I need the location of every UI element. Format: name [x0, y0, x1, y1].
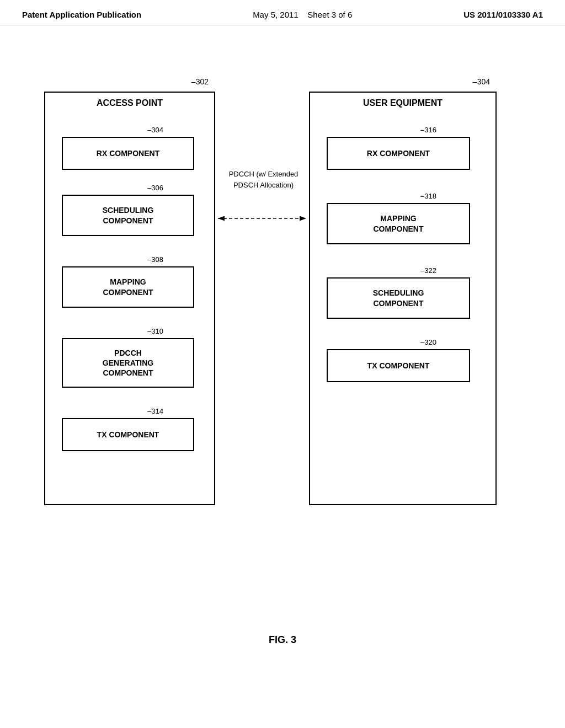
- ap-main-box: ACCESS POINT –302 –304 RX COMPONENT –306…: [44, 92, 215, 505]
- figure-label: FIG. 3: [269, 634, 296, 646]
- ref-304-label: –304: [147, 126, 163, 134]
- ue-mapping-label: MAPPINGCOMPONENT: [374, 213, 424, 233]
- ue-tx-label: TX COMPONENT: [367, 361, 430, 371]
- ref-314-label: –314: [147, 407, 163, 415]
- ap-tx-component: TX COMPONENT: [62, 418, 194, 451]
- ue-scheduling-component: SCHEDULINGCOMPONENT: [327, 277, 470, 319]
- ap-mapping-component: MAPPINGCOMPONENT: [62, 266, 194, 308]
- ap-rx-component: RX COMPONENT: [62, 137, 194, 170]
- ref-310-label: –310: [147, 327, 163, 335]
- ue-rx-wrapper: –316 RX COMPONENT: [327, 137, 470, 170]
- ref-308-label: –308: [147, 255, 163, 264]
- ap-pdcch-gen-component: PDCCHGENERATINGCOMPONENT: [62, 338, 194, 388]
- ue-main-box: USER EQUIPMENT –304 –316 RX COMPONENT –3…: [309, 92, 497, 505]
- ue-rx-label: RX COMPONENT: [367, 148, 430, 158]
- ue-scheduling-wrapper: –322 SCHEDULINGCOMPONENT: [327, 277, 470, 319]
- ref-304-ue: –304: [473, 77, 490, 86]
- ue-mapping-component: MAPPINGCOMPONENT: [327, 203, 470, 244]
- ap-scheduling-component: SCHEDULINGCOMPONENT: [62, 195, 194, 236]
- ap-tx-label: TX COMPONENT: [97, 430, 159, 440]
- ue-tx-component: TX COMPONENT: [327, 349, 470, 382]
- header-patent-number: US 2011/0103330 A1: [463, 10, 543, 19]
- pdcch-text-label: PDCCH (w/ Extended PDSCH Allocation): [218, 169, 309, 190]
- ue-mapping-wrapper: –318 MAPPINGCOMPONENT: [327, 203, 470, 244]
- ue-rx-component: RX COMPONENT: [327, 137, 470, 170]
- header-publication: Patent Application Publication: [22, 10, 141, 19]
- ue-scheduling-label: SCHEDULINGCOMPONENT: [373, 288, 424, 308]
- ap-pdcch-gen-wrapper: –310 PDCCHGENERATINGCOMPONENT: [62, 338, 194, 388]
- ue-tx-wrapper: –320 TX COMPONENT: [327, 349, 470, 382]
- ref-322-label: –322: [420, 266, 436, 275]
- ap-tx-wrapper: –314 TX COMPONENT: [62, 418, 194, 451]
- pdcch-arrow: [212, 202, 312, 235]
- ref-318-label: –318: [420, 192, 436, 200]
- header-date-sheet: May 5, 2011 Sheet 3 of 6: [253, 10, 352, 19]
- ap-title: ACCESS POINT: [45, 93, 214, 111]
- ap-mapping-wrapper: –308 MAPPINGCOMPONENT: [62, 266, 194, 308]
- ref-316-label: –316: [420, 126, 436, 134]
- ap-rx-component-wrapper: –304 RX COMPONENT: [62, 137, 194, 170]
- ap-rx-label: RX COMPONENT: [97, 148, 159, 158]
- ref-302: –302: [191, 77, 209, 86]
- page-header: Patent Application Publication May 5, 20…: [0, 0, 565, 25]
- ap-scheduling-label: SCHEDULINGCOMPONENT: [103, 205, 154, 225]
- ref-320-label: –320: [420, 338, 436, 346]
- ap-mapping-label: MAPPINGCOMPONENT: [103, 277, 153, 297]
- ue-title: USER EQUIPMENT: [310, 93, 495, 111]
- ap-pdcch-gen-label: PDCCHGENERATINGCOMPONENT: [103, 348, 153, 378]
- ap-scheduling-wrapper: –306 SCHEDULINGCOMPONENT: [62, 195, 194, 236]
- ref-306-label: –306: [147, 184, 163, 192]
- diagram-area: ACCESS POINT –302 –304 RX COMPONENT –306…: [0, 25, 565, 676]
